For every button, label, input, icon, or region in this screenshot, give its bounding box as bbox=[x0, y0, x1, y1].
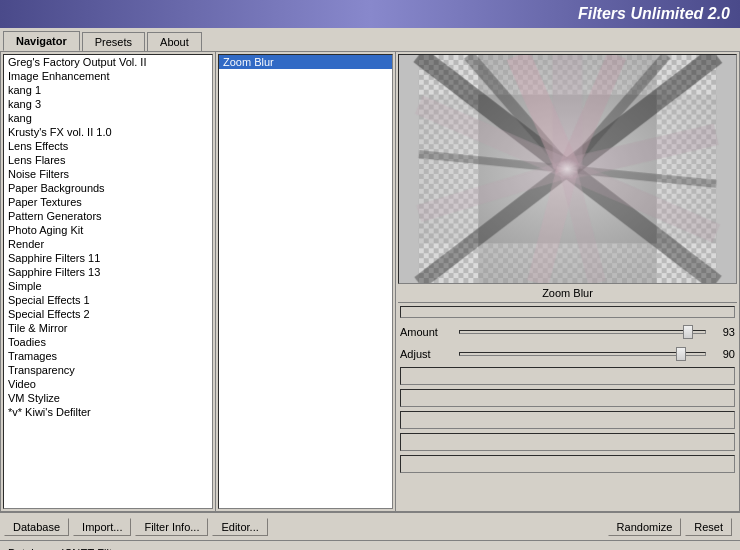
svg-point-26 bbox=[538, 144, 597, 194]
empty-row-3 bbox=[400, 411, 735, 429]
preview-bar bbox=[400, 306, 735, 318]
empty-row-4 bbox=[400, 433, 735, 451]
slider-row-amount: Amount 93 bbox=[400, 323, 735, 341]
filter-item[interactable]: Render bbox=[4, 237, 212, 251]
slider-value-adjust: 90 bbox=[710, 348, 735, 360]
preview-label: Zoom Blur bbox=[398, 284, 737, 303]
filter-item[interactable]: Tile & Mirror bbox=[4, 321, 212, 335]
slider-track-adjust[interactable] bbox=[459, 352, 706, 356]
main-content: Greg's Factory Output Vol. IIImage Enhan… bbox=[0, 52, 740, 512]
filter-item[interactable]: Noise Filters bbox=[4, 167, 212, 181]
empty-row-5 bbox=[400, 455, 735, 473]
slider-row-adjust: Adjust 90 bbox=[400, 345, 735, 363]
filter-item[interactable]: Krusty's FX vol. II 1.0 bbox=[4, 125, 212, 139]
effect-item[interactable]: Zoom Blur bbox=[219, 55, 392, 69]
filter-item[interactable]: Lens Flares bbox=[4, 153, 212, 167]
preview-area bbox=[398, 54, 737, 284]
filter-item[interactable]: kang 3 bbox=[4, 97, 212, 111]
filter-item[interactable]: Sapphire Filters 13 bbox=[4, 265, 212, 279]
filter-item[interactable]: Greg's Factory Output Vol. II bbox=[4, 55, 212, 69]
bottom-toolbar: Database Import... Filter Info... Editor… bbox=[0, 512, 740, 540]
filter-item[interactable]: Toadies bbox=[4, 335, 212, 349]
filter-list[interactable]: Greg's Factory Output Vol. IIImage Enhan… bbox=[3, 54, 213, 509]
filter-item[interactable]: VM Stylize bbox=[4, 391, 212, 405]
tab-about[interactable]: About bbox=[147, 32, 202, 51]
slider-track-amount[interactable] bbox=[459, 330, 706, 334]
tab-presets[interactable]: Presets bbox=[82, 32, 145, 51]
database-button[interactable]: Database bbox=[4, 518, 69, 536]
filter-item[interactable]: Paper Textures bbox=[4, 195, 212, 209]
reset-button[interactable]: Reset bbox=[685, 518, 732, 536]
filter-item[interactable]: Special Effects 2 bbox=[4, 307, 212, 321]
filter-item[interactable]: Pattern Generators bbox=[4, 209, 212, 223]
filter-item[interactable]: Transparency bbox=[4, 363, 212, 377]
slider-label-amount: Amount bbox=[400, 326, 455, 338]
empty-row-1 bbox=[400, 367, 735, 385]
slider-value-amount: 93 bbox=[710, 326, 735, 338]
filter-item[interactable]: Photo Aging Kit bbox=[4, 223, 212, 237]
filter-info-button[interactable]: Filter Info... bbox=[135, 518, 208, 536]
left-panel: Greg's Factory Output Vol. IIImage Enhan… bbox=[1, 52, 216, 511]
center-panel: Zoom Blur bbox=[216, 52, 396, 511]
right-panel: Zoom Blur Amount 93 Adjust 90 bbox=[396, 52, 739, 511]
filter-item[interactable]: Paper Backgrounds bbox=[4, 181, 212, 195]
slider-label-adjust: Adjust bbox=[400, 348, 455, 360]
filter-item[interactable]: Special Effects 1 bbox=[4, 293, 212, 307]
filter-item[interactable]: Video bbox=[4, 377, 212, 391]
slider-thumb-amount[interactable] bbox=[683, 325, 693, 339]
slider-thumb-adjust[interactable] bbox=[676, 347, 686, 361]
title-bar: Filters Unlimited 2.0 bbox=[0, 0, 740, 28]
filter-item[interactable]: kang bbox=[4, 111, 212, 125]
tab-navigator[interactable]: Navigator bbox=[3, 31, 80, 51]
tabs-row: Navigator Presets About bbox=[0, 28, 740, 52]
editor-button[interactable]: Editor... bbox=[212, 518, 267, 536]
filter-item[interactable]: *v* Kiwi's Defilter bbox=[4, 405, 212, 419]
effect-list[interactable]: Zoom Blur bbox=[218, 54, 393, 509]
filter-item[interactable]: kang 1 bbox=[4, 83, 212, 97]
app-title: Filters Unlimited 2.0 bbox=[578, 5, 730, 23]
status-database-line: Database: ICNET-Filters bbox=[8, 545, 127, 550]
status-bar: Database: ICNET-Filters Filters: 734 App… bbox=[0, 540, 740, 550]
empty-row-2 bbox=[400, 389, 735, 407]
filter-item[interactable]: Image Enhancement bbox=[4, 69, 212, 83]
filter-item[interactable]: Sapphire Filters 11 bbox=[4, 251, 212, 265]
filter-item[interactable]: Tramages bbox=[4, 349, 212, 363]
filter-item[interactable]: Simple bbox=[4, 279, 212, 293]
randomize-button[interactable]: Randomize bbox=[608, 518, 682, 536]
status-text: Database: ICNET-Filters Filters: 734 bbox=[8, 545, 127, 550]
filter-item[interactable]: Lens Effects bbox=[4, 139, 212, 153]
zoom-blur-svg bbox=[399, 55, 736, 283]
import-button[interactable]: Import... bbox=[73, 518, 131, 536]
